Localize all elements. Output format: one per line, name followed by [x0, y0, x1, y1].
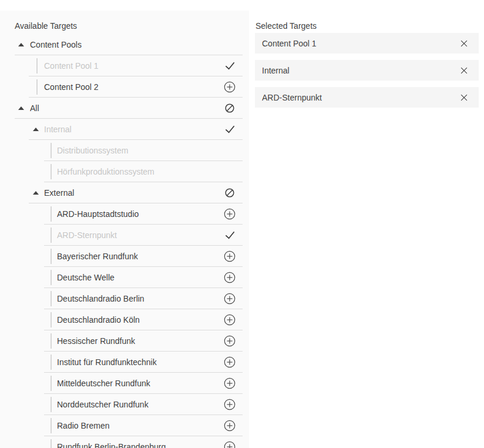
add-target-icon[interactable] — [224, 250, 236, 262]
add-target-icon[interactable] — [224, 314, 236, 326]
tree-item-label: Norddeutscher Rundfunk — [57, 400, 223, 409]
tree-item-label: Institut für Rundfunktechnik — [57, 357, 223, 367]
tree-item-action[interactable] — [223, 335, 236, 347]
available-targets-title: Available Targets — [15, 21, 249, 31]
tree-item-action[interactable] — [223, 419, 236, 432]
collapse-arrow-icon[interactable] — [33, 128, 39, 131]
tree-item-gutter — [29, 191, 44, 195]
tree-indent-line — [51, 376, 52, 391]
tree-indent-line — [51, 270, 52, 285]
tree-item-row: Deutsche Welle — [44, 267, 243, 288]
remove-target-button[interactable] — [459, 66, 469, 75]
collapse-arrow-icon[interactable] — [33, 191, 39, 195]
tree-item-row: Mitteldeutscher Rundfunk — [44, 373, 243, 394]
tree-item-action[interactable] — [223, 292, 236, 305]
tree-item-gutter — [15, 106, 30, 110]
tree-item-gutter — [44, 312, 57, 327]
tree-item-action[interactable] — [223, 440, 236, 448]
tree-indent-line — [51, 312, 52, 327]
tree-item-gutter — [44, 249, 57, 264]
add-target-icon[interactable] — [224, 208, 236, 220]
tree-item-label: Hessischer Rundfunk — [57, 336, 223, 346]
tree-item-label: Radio Bremen — [57, 421, 223, 430]
tree-indent-line — [51, 397, 52, 412]
tree-item-gutter — [44, 228, 57, 243]
tree-item-gutter — [44, 206, 57, 222]
add-target-icon[interactable] — [224, 420, 236, 432]
tree-item-gutter — [44, 439, 57, 448]
tree-item-label: ARD-Sternpunkt — [57, 230, 223, 240]
selected-targets-panel: Selected Targets Content Pool 1 Internal… — [249, 11, 484, 448]
tree-item-label: Content Pool 1 — [44, 61, 223, 71]
tree-item-gutter — [44, 418, 57, 433]
tree-item-action[interactable] — [223, 398, 236, 411]
tree-item-action[interactable] — [223, 250, 236, 263]
tree-item-label: Content Pool 2 — [44, 82, 223, 92]
tree-item-row: Content Pool 2 — [29, 76, 243, 98]
remove-target-button[interactable] — [459, 93, 469, 102]
tree-item-action — [223, 186, 236, 199]
tree-item-action — [223, 38, 236, 51]
tree-item-action — [223, 144, 236, 157]
tree-indent-line — [51, 228, 52, 243]
tree-indent-line — [51, 355, 52, 370]
tree-item-row: External — [29, 182, 243, 203]
add-target-icon[interactable] — [224, 293, 236, 305]
tree-item-action[interactable] — [223, 356, 236, 369]
tree-item-label: Internal — [44, 125, 223, 134]
tree-item-label: Hörfunkproduktionssystem — [57, 167, 223, 176]
tree-item-row: Radio Bremen — [44, 415, 243, 436]
tree-item-label: External — [44, 188, 223, 198]
selected-target-label: Internal — [262, 66, 459, 75]
tree-indent-line — [51, 333, 52, 349]
remove-target-icon — [460, 66, 468, 75]
tree-item-action[interactable] — [223, 377, 236, 390]
tree-item-row: All — [15, 98, 243, 119]
selected-target-chip: ARD-Sternpunkt — [255, 87, 479, 108]
tree-item-label: Deutschlandradio Berlin — [57, 294, 223, 303]
tree-item-gutter — [44, 355, 57, 370]
tree-item-row: Content Pool 1 — [29, 55, 243, 76]
available-targets-tree: Content Pools Content Pool 1 Content Poo… — [0, 34, 249, 448]
selected-target-label: Content Pool 1 — [262, 39, 459, 48]
tree-item-gutter — [44, 376, 57, 391]
tree-item-gutter — [44, 397, 57, 412]
tree-item-action — [223, 165, 236, 178]
selected-check-icon — [224, 60, 236, 71]
tree-item-action — [223, 59, 236, 72]
add-target-icon[interactable] — [224, 377, 236, 389]
tree-item-action — [223, 229, 236, 242]
tree-item-gutter — [44, 143, 57, 158]
tree-item-gutter — [44, 333, 57, 349]
tree-item-row: Bayerischer Rundfunk — [44, 246, 243, 267]
remove-target-icon — [460, 39, 468, 48]
add-target-icon[interactable] — [224, 356, 236, 368]
add-target-icon[interactable] — [224, 441, 236, 448]
tree-indent-line — [51, 249, 52, 264]
add-target-icon[interactable] — [224, 81, 236, 93]
selected-check-icon — [224, 123, 236, 135]
tree-item-label: Mitteldeutscher Rundfunk — [57, 379, 223, 388]
add-target-icon[interactable] — [224, 335, 236, 347]
selected-target-chip: Internal — [255, 60, 479, 81]
tree-item-label: All — [30, 103, 223, 113]
tree-item-row: Rundfunk Berlin-Brandenburg — [44, 436, 243, 448]
remove-target-icon — [460, 93, 468, 102]
tree-item-gutter — [44, 291, 57, 306]
tree-item-action[interactable] — [223, 271, 236, 284]
tree-item-row: ARD-Hauptstadtstudio — [44, 203, 243, 225]
selected-check-icon — [224, 229, 236, 240]
tree-item-gutter — [44, 270, 57, 285]
add-target-icon[interactable] — [224, 399, 236, 410]
collapse-arrow-icon[interactable] — [18, 43, 24, 46]
collapse-arrow-icon[interactable] — [18, 106, 24, 110]
tree-item-row: ARD-Sternpunkt — [44, 225, 243, 246]
tree-item-action[interactable] — [223, 208, 236, 220]
tree-item-action[interactable] — [223, 81, 236, 93]
tree-item-row: Distributionssystem — [44, 140, 243, 161]
remove-target-button[interactable] — [459, 39, 469, 48]
tree-item-row: Deutschlandradio Berlin — [44, 288, 243, 309]
add-target-icon[interactable] — [224, 272, 236, 283]
tree-item-action[interactable] — [223, 313, 236, 326]
tree-indent-line — [51, 164, 52, 179]
